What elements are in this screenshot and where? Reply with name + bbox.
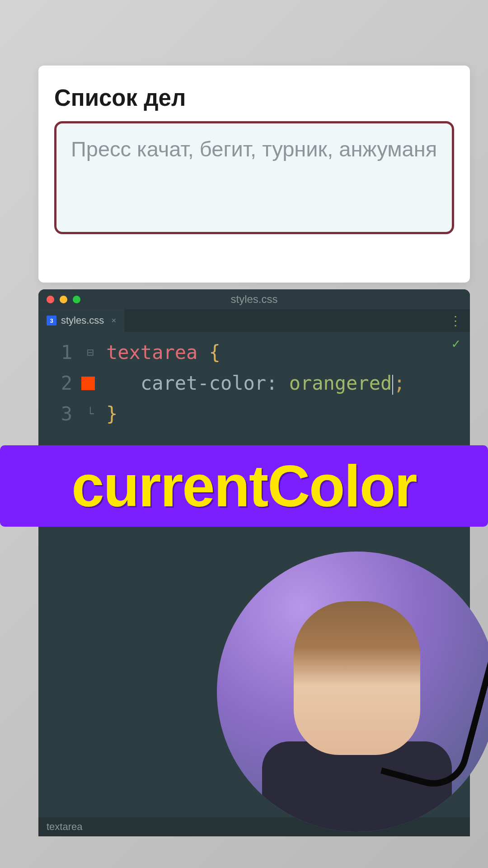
code-token-colon: : [266, 372, 277, 394]
code-token-brace: } [106, 403, 117, 425]
maximize-window-button[interactable] [73, 296, 80, 303]
color-swatch-icon[interactable] [81, 377, 95, 390]
window-title: styles.css [230, 293, 277, 306]
caption-banner: currentColor [0, 445, 488, 527]
fold-icon[interactable]: ⊟ [87, 343, 94, 362]
code-token-semicolon: ; [394, 372, 405, 394]
status-breadcrumb: textarea [47, 821, 83, 833]
editor-tab-bar: 3 styles.css × ⋮ [38, 309, 470, 332]
line-number: 3 [38, 399, 72, 429]
check-icon: ✓ [452, 335, 460, 351]
line-number: 1 [38, 337, 72, 368]
code-content[interactable]: textarea { caret-color: orangered; } [106, 337, 405, 429]
traffic-lights [47, 296, 80, 303]
caption-text: currentColor [71, 452, 416, 520]
code-token-value: orangered [289, 372, 392, 394]
close-tab-icon[interactable]: × [111, 316, 116, 326]
panel-title: Список дел [54, 85, 454, 111]
editor-tab[interactable]: 3 styles.css × [38, 309, 124, 332]
code-token-property: caret-color [141, 372, 266, 394]
code-token-selector: textarea [106, 341, 197, 363]
todo-textarea[interactable] [54, 121, 454, 234]
presenter-webcam [217, 552, 488, 832]
preview-panel: Список дел [38, 66, 470, 283]
minimize-window-button[interactable] [60, 296, 67, 303]
code-token-brace: { [209, 341, 221, 363]
text-cursor [392, 375, 393, 395]
tab-filename: styles.css [61, 315, 104, 326]
close-window-button[interactable] [47, 296, 54, 303]
gutter-extra: ⊟ └ [81, 337, 106, 429]
line-number: 2 [38, 368, 72, 399]
window-titlebar: styles.css [38, 289, 470, 309]
more-menu-icon[interactable]: ⋮ [449, 313, 461, 328]
fold-end-icon: └ [87, 404, 94, 423]
css-file-icon: 3 [47, 316, 56, 326]
code-area[interactable]: ✓ 1 2 3 ⊟ └ textarea { caret-color: oran… [38, 332, 470, 429]
line-number-gutter: 1 2 3 [38, 337, 81, 429]
